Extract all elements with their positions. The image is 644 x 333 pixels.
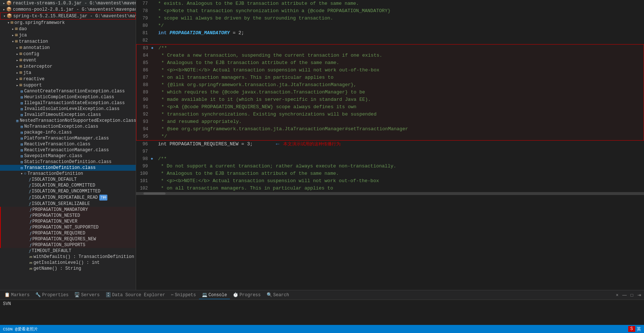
sidebar-item-TIMEOUT_DEFAULT[interactable]: 𝑓TIMEOUT_DEFAULT bbox=[0, 248, 136, 254]
field-icon: 𝑓 bbox=[29, 195, 31, 200]
tab-servers[interactable]: 🖥️Servers bbox=[71, 291, 102, 299]
sidebar-item-reactive-streams-jar[interactable]: ▸📦reactive-streams-1.0.3.jar - G:\mavent… bbox=[0, 0, 136, 6]
sidebar-item-transaction[interactable]: ▾⊞transaction bbox=[0, 38, 136, 45]
line-content[interactable]: * <p>Note that transaction synchronizati… bbox=[155, 7, 644, 15]
line-content[interactable]: * transaction synchronizations. Existing… bbox=[156, 111, 644, 118]
line-content[interactable]: * Create a new transaction, suspending t… bbox=[156, 52, 644, 59]
sidebar-item-InvalidIsolationLevelException[interactable]: ⊞InvalidIsolationLevelException.class bbox=[0, 106, 136, 112]
sidebar-item-HeuristicCompletionException[interactable]: ⊞HeuristicCompletionException.class bbox=[0, 94, 136, 100]
line-content[interactable]: * exists. Analogous to the EJB transacti… bbox=[155, 0, 644, 7]
sidebar-item-StaticTransactionDefinition[interactable]: ⊞StaticTransactionDefinition.class bbox=[0, 159, 136, 165]
line-content[interactable]: int PROPAGATION_REQUIRES_NEW = 3; bbox=[155, 141, 644, 148]
line-content[interactable]: */ bbox=[156, 133, 644, 140]
line-number: 90 bbox=[136, 96, 151, 103]
tab-properties[interactable]: 🔧Properties bbox=[32, 291, 71, 299]
datasource-icon: 🗄️ bbox=[106, 293, 111, 298]
code-line-82: 82 bbox=[136, 37, 644, 44]
sidebar-item-org-springframework[interactable]: ▾⊞org.springframework bbox=[0, 20, 136, 26]
sidebar-item-PROPAGATION_REQUIRED[interactable]: 𝑓PROPAGATION_REQUIRED bbox=[0, 230, 136, 236]
panel-action-btn-0[interactable]: × bbox=[614, 292, 620, 298]
sidebar-item-support[interactable]: ▸⊞support bbox=[0, 82, 136, 88]
panel-action-btn-2[interactable]: □ bbox=[629, 292, 635, 298]
line-number: 93 bbox=[136, 118, 151, 125]
line-content[interactable]: */ bbox=[155, 22, 644, 29]
sidebar-item-jta[interactable]: ▸⊞jta bbox=[0, 70, 136, 76]
sidebar-item-commons-pool2-jar[interactable]: ▸📦commons-pool2-2.8.1.jar - G:\maventest… bbox=[0, 6, 136, 13]
sidebar-item-package-info[interactable]: ⊞package-info.class bbox=[0, 130, 136, 135]
sidebar-item-ReactiveTransaction[interactable]: ⊞ReactiveTransaction.class bbox=[0, 141, 136, 147]
sidebar-item-interceptor[interactable]: ▸⊞interceptor bbox=[0, 63, 136, 70]
line-content[interactable]: * Do not support a current transaction; … bbox=[155, 163, 644, 170]
item-label: ISOLATION_DEFAULT bbox=[32, 177, 77, 182]
sidebar-item-NoTransactionException[interactable]: ⊞NoTransactionException.class bbox=[0, 124, 136, 130]
sidebar-item-PROPAGATION_NESTED[interactable]: 𝑓PROPAGATION_NESTED bbox=[0, 213, 136, 219]
sidebar-item-PROPAGATION_NOT_SUPPORTED[interactable]: 𝑓PROPAGATION_NOT_SUPPORTED bbox=[0, 224, 136, 230]
line-content[interactable]: * <p><b>NOTE:</b> Actual transaction sus… bbox=[155, 177, 644, 185]
item-label: NestedTransactionNotSupportedException.c… bbox=[20, 118, 136, 123]
line-content[interactable]: * <p>A {@code PROPAGATION_REQUIRES_NEW} … bbox=[156, 103, 644, 111]
line-content[interactable]: * on all transaction managers. This in p… bbox=[156, 74, 644, 81]
line-content[interactable]: * and resumed appropriately. bbox=[156, 118, 644, 125]
line-content[interactable]: * made available it to it (which is serv… bbox=[156, 96, 644, 103]
line-content[interactable]: * scope will always be driven by the sur… bbox=[155, 15, 644, 22]
line-content[interactable]: * Analogous to the EJB transaction attri… bbox=[155, 170, 644, 177]
sidebar-item-withDefaults[interactable]: 𝑚withDefaults() : TransactionDefinition bbox=[0, 254, 136, 260]
panel-action-btn-3[interactable]: ⇥ bbox=[636, 292, 643, 298]
sidebar-item-PlatformTransactionManager[interactable]: ⊞PlatformTransactionManager.class bbox=[0, 135, 136, 141]
line-content[interactable]: /** bbox=[156, 45, 644, 52]
item-label: ISOLATION_REPEATABLE_READ bbox=[32, 195, 98, 200]
line-content[interactable]: * @see org.springframework.transaction.j… bbox=[156, 125, 644, 133]
sidebar-item-TransactionDefinition[interactable]: ⊞TransactionDefinition.class bbox=[0, 165, 136, 171]
sidebar-item-SavepointManager[interactable]: ⊞SavepointManager.class bbox=[0, 153, 136, 159]
sidebar-item-event[interactable]: ▸⊞event bbox=[0, 57, 136, 63]
code-area[interactable]: 77 * exists. Analogous to the EJB transa… bbox=[136, 0, 644, 192]
sidebar-item-NestedTransactionNotSupportedException[interactable]: ⊞NestedTransactionNotSupportedException.… bbox=[0, 118, 136, 124]
item-label: event bbox=[23, 58, 36, 63]
line-number: 101 bbox=[136, 177, 151, 185]
tab-snippets[interactable]: ✂️Snippets bbox=[168, 291, 199, 299]
line-content[interactable]: int PROPAGATION_MANDATORY = 2; bbox=[155, 29, 644, 37]
line-content[interactable]: * which requires the {@code javax.transa… bbox=[156, 89, 644, 96]
sidebar-item-InvalidTimeoutException[interactable]: ⊞InvalidTimeoutException.class bbox=[0, 112, 136, 118]
sidebar-item-annotation[interactable]: ▸⊞annotation bbox=[0, 45, 136, 51]
sidebar-item-getIsolationLevel[interactable]: 𝑚getIsolationLevel() : int bbox=[0, 260, 136, 266]
sidebar-item-PROPAGATION_MANDATORY[interactable]: 𝑓PROPAGATION_MANDATORY bbox=[0, 207, 136, 213]
panel-action-btn-1[interactable]: — bbox=[621, 292, 628, 298]
scrollbar-horizontal[interactable] bbox=[136, 192, 644, 195]
sidebar-item-getName[interactable]: 𝑚getName() : String bbox=[0, 266, 136, 272]
sidebar-item-ReactiveTransactionManager[interactable]: ⊞ReactiveTransactionManager.class bbox=[0, 147, 136, 153]
sidebar-item-IllegalTransactionStateException[interactable]: ⊞IllegalTransactionStateException.class bbox=[0, 100, 136, 106]
tab-datasource[interactable]: 🗄️Data Source Explorer bbox=[103, 291, 168, 299]
sidebar-item-ISOLATION_READ_COMMITTED[interactable]: 𝑓ISOLATION_READ_COMMITTED bbox=[0, 183, 136, 188]
sidebar-item-ISOLATION_REPEATABLE_READ[interactable]: 𝑓ISOLATION_REPEATABLE_READ7种 bbox=[0, 194, 136, 201]
sidebar-item-PROPAGATION_NEVER[interactable]: 𝑓PROPAGATION_NEVER bbox=[0, 219, 136, 224]
item-label: transaction bbox=[19, 39, 48, 44]
tab-markers[interactable]: 📋Markers bbox=[1, 291, 32, 299]
tab-search[interactable]: 🔍Search bbox=[264, 291, 292, 299]
line-content[interactable]: * {@link org.springframework.transaction… bbox=[156, 81, 644, 89]
sidebar-item-spring-tx-jar[interactable]: ▾📦spring-tx-5.2.15.RELEASE.jar - G:\mave… bbox=[0, 13, 136, 20]
sidebar-item-ISOLATION_DEFAULT[interactable]: 𝑓ISOLATION_DEFAULT bbox=[0, 177, 136, 183]
sidebar-item-CannotCreateTransactionException[interactable]: ⊞CannotCreateTransactionException.class bbox=[0, 88, 136, 94]
sidebar-item-jca[interactable]: ▸⊞jca bbox=[0, 32, 136, 38]
sidebar-item-PROPAGATION_SUPPORTS[interactable]: 𝑓PROPAGATION_SUPPORTS bbox=[0, 242, 136, 248]
sidebar-item-ISOLATION_SERIALIZABLE[interactable]: 𝑓ISOLATION_SERIALIZABLE bbox=[0, 201, 136, 207]
highlight-block: 83◆ /**84 * Create a new transaction, su… bbox=[136, 44, 644, 141]
tab-progress[interactable]: ⏱️Progress bbox=[230, 291, 264, 299]
sidebar-item-reactive[interactable]: ▸⊞reactive bbox=[0, 76, 136, 82]
tab-console[interactable]: 💻Console bbox=[199, 291, 230, 299]
sidebar-item-config[interactable]: ▸⊞config bbox=[0, 51, 136, 57]
line-content[interactable]: /** bbox=[155, 155, 644, 163]
line-content[interactable]: * on all transaction managers. This in p… bbox=[155, 185, 644, 192]
sidebar-item-PROPAGATION_REQUIRES_NEW[interactable]: 𝑓PROPAGATION_REQUIRES_NEW bbox=[0, 236, 136, 242]
sidebar-item-TransactionDefinitionNode[interactable]: ▾○TransactionDefinition bbox=[0, 171, 136, 177]
code-line-94: 94 * @see org.springframework.transactio… bbox=[136, 125, 644, 133]
sidebar-item-ISOLATION_READ_UNCOMMITTED[interactable]: 𝑓ISOLATION_READ_UNCOMMITTED bbox=[0, 188, 136, 194]
class-icon: ⊞ bbox=[21, 89, 23, 94]
line-content[interactable]: * Analogous to the EJB transaction attri… bbox=[156, 59, 644, 67]
sidebar-item-dao[interactable]: ▸⊞dao bbox=[0, 26, 136, 32]
scrollbar-thumb bbox=[143, 192, 166, 195]
line-content[interactable]: * <p><b>NOTE:</b> Actual transaction sus… bbox=[156, 67, 644, 74]
line-number: 92 bbox=[136, 111, 151, 118]
field-icon: 𝑓 bbox=[30, 219, 31, 224]
